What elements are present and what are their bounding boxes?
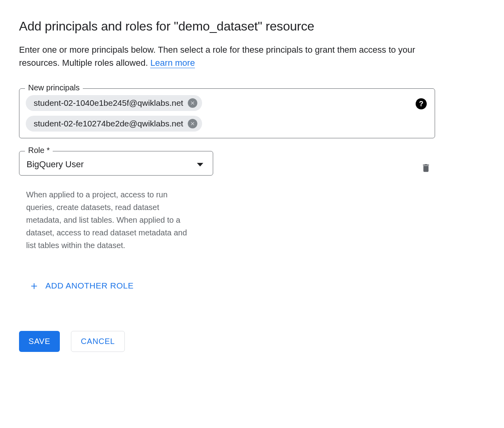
- description-text: Enter one or more principals below. Then…: [19, 45, 415, 68]
- role-description: When applied to a project, access to run…: [19, 188, 193, 252]
- principal-chip: student-02-1040e1be245f@qwiklabs.net: [26, 95, 202, 111]
- principal-chip-label: student-02-1040e1be245f@qwiklabs.net: [34, 98, 183, 108]
- role-legend: Role *: [25, 146, 53, 155]
- chevron-down-icon: [197, 163, 203, 166]
- page-title: Add principals and roles for "demo_datas…: [19, 19, 485, 34]
- button-row: SAVE CANCEL: [19, 331, 485, 352]
- add-another-role-button[interactable]: ＋ ADD ANOTHER ROLE: [29, 280, 134, 291]
- help-icon[interactable]: ?: [416, 98, 427, 109]
- save-button[interactable]: SAVE: [19, 331, 60, 352]
- remove-principal-icon[interactable]: [188, 119, 197, 128]
- role-select[interactable]: BigQuery User: [27, 159, 206, 170]
- principal-chip-label: student-02-fe10274be2de@qwiklabs.net: [34, 119, 183, 128]
- page-description: Enter one or more principals below. Then…: [19, 43, 435, 69]
- role-row: Role * BigQuery User When applied to a p…: [19, 151, 435, 252]
- new-principals-legend: New principals: [25, 83, 83, 92]
- trash-icon: [421, 162, 431, 174]
- principal-chip: student-02-fe10274be2de@qwiklabs.net: [26, 116, 202, 132]
- cancel-button[interactable]: CANCEL: [71, 331, 125, 352]
- learn-more-link[interactable]: Learn more: [150, 58, 195, 68]
- role-selected-value: BigQuery User: [27, 159, 84, 170]
- delete-role-button[interactable]: [421, 162, 435, 176]
- plus-icon: ＋: [29, 280, 40, 291]
- principals-chip-container: student-02-1040e1be245f@qwiklabs.net stu…: [26, 95, 428, 132]
- role-select-field[interactable]: Role * BigQuery User: [19, 151, 213, 176]
- new-principals-field[interactable]: New principals student-02-1040e1be245f@q…: [19, 88, 435, 138]
- remove-principal-icon[interactable]: [188, 98, 197, 108]
- add-another-role-label: ADD ANOTHER ROLE: [46, 281, 134, 290]
